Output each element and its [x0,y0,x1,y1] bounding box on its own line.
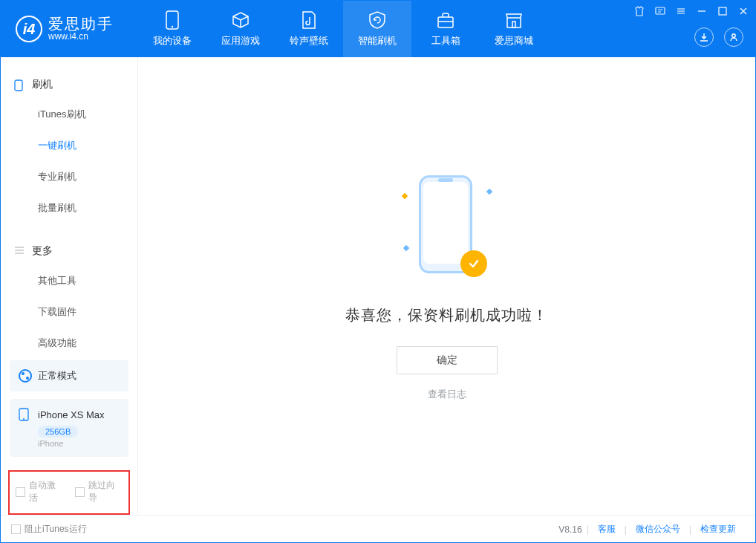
success-message: 恭喜您，保资料刷机成功啦！ [345,305,548,325]
device-box[interactable]: iPhone XS Max 256GB iPhone [10,399,128,457]
store-icon [504,10,524,30]
minimize-button[interactable] [696,5,708,17]
highlighted-options: 自动激活 跳过向导 [8,470,130,515]
brand-logo: i4 爱思助手 www.i4.cn [1,1,138,57]
main-content: 恭喜您，保资料刷机成功啦！ 确定 查看日志 [138,57,755,515]
app-header: i4 爱思助手 www.i4.cn 我的设备 应用游戏 铃声壁纸 智能刷机 工具… [1,1,755,57]
shield-refresh-icon [368,10,387,30]
sidebar-section-flash[interactable]: 刷机 [1,71,137,99]
mode-label: 正常模式 [38,369,76,383]
tab-label: 智能刷机 [358,34,397,48]
success-illustration [403,172,492,283]
checkbox-block-itunes[interactable]: 阻止iTunes运行 [11,523,87,536]
checkbox-icon [16,487,25,497]
brand-name: 爱思助手 [48,16,114,32]
list-icon [14,246,25,256]
checkbox-label: 自动激活 [29,479,63,504]
tab-label: 爱思商城 [495,34,533,48]
svg-rect-4 [512,22,515,27]
sidebar-item-advanced[interactable]: 高级功能 [1,328,137,359]
tab-apps-games[interactable]: 应用游戏 [206,1,275,57]
check-badge-icon [460,250,487,277]
sidebar-item-pro-flash[interactable]: 专业刷机 [1,161,137,192]
mode-icon [19,369,32,383]
music-file-icon [299,10,319,30]
cube-icon [231,10,250,30]
version-label: V8.16 [558,524,581,535]
sidebar-section-title: 更多 [32,244,53,258]
maximize-button[interactable] [717,5,729,17]
sidebar-item-batch-flash[interactable]: 批量刷机 [1,192,137,224]
tab-label: 工具箱 [431,34,460,48]
checkbox-label: 阻止iTunes运行 [25,523,87,536]
svg-rect-16 [15,80,22,91]
checkbox-icon [75,487,85,497]
brand-url: www.i4.cn [48,32,114,42]
sidebar-item-download-firmware[interactable]: 下载固件 [1,296,137,328]
svg-rect-12 [719,7,726,15]
toolbox-icon [436,10,455,30]
header-actions [694,27,743,47]
svg-point-21 [23,418,25,420]
tab-my-device[interactable]: 我的设备 [138,1,206,57]
ok-button[interactable]: 确定 [397,346,498,374]
sidebar: 刷机 iTunes刷机 一键刷机 专业刷机 批量刷机 更多 其他工具 下载固件 … [1,57,138,515]
device-icon [19,408,32,421]
svg-rect-2 [438,17,453,27]
logo-icon: i4 [16,16,42,42]
checkbox-skip-guide[interactable]: 跳过向导 [75,479,123,504]
tab-label: 我的设备 [153,34,192,48]
device-name: iPhone XS Max [38,409,105,420]
phone-icon [14,79,25,90]
device-type: iPhone [38,439,120,448]
svg-point-15 [732,34,735,37]
tab-label: 铃声壁纸 [290,34,328,48]
footer-link-support[interactable]: 客服 [589,523,625,536]
tab-toolbox[interactable]: 工具箱 [411,1,480,57]
footer-link-update[interactable]: 检查更新 [691,523,745,536]
checkbox-label: 跳过向导 [88,479,123,504]
download-button[interactable] [694,27,714,47]
sidebar-item-other-tools[interactable]: 其他工具 [1,265,137,296]
top-tabs: 我的设备 应用游戏 铃声壁纸 智能刷机 工具箱 爱思商城 [138,1,548,57]
tab-smart-flash[interactable]: 智能刷机 [343,1,411,57]
tab-label: 应用游戏 [221,34,260,48]
sidebar-item-oneclick-flash[interactable]: 一键刷机 [1,130,137,161]
device-capacity-badge: 256GB [38,426,78,438]
device-icon [163,10,182,30]
sidebar-section-title: 刷机 [32,78,53,91]
view-log-link[interactable]: 查看日志 [428,388,466,401]
mode-box[interactable]: 正常模式 [10,360,128,391]
svg-point-1 [172,26,173,27]
skin-icon[interactable] [633,5,645,17]
footer-link-wechat[interactable]: 微信公众号 [627,523,689,536]
tab-store[interactable]: 爱思商城 [480,1,548,57]
svg-rect-5 [656,7,665,14]
checkbox-auto-activate[interactable]: 自动激活 [16,479,63,504]
close-button[interactable] [737,5,749,17]
menu-icon[interactable] [675,5,687,17]
account-button[interactable] [724,27,743,47]
sidebar-item-itunes-flash[interactable]: iTunes刷机 [1,99,137,130]
tab-ringtone-wallpaper[interactable]: 铃声壁纸 [275,1,343,57]
feedback-icon[interactable] [654,5,666,17]
sidebar-section-more[interactable]: 更多 [1,237,137,265]
checkbox-icon [11,524,21,534]
footer-bar: 阻止iTunes运行 V8.16 | 客服 | 微信公众号 | 检查更新 [1,515,755,543]
window-controls [633,5,749,17]
